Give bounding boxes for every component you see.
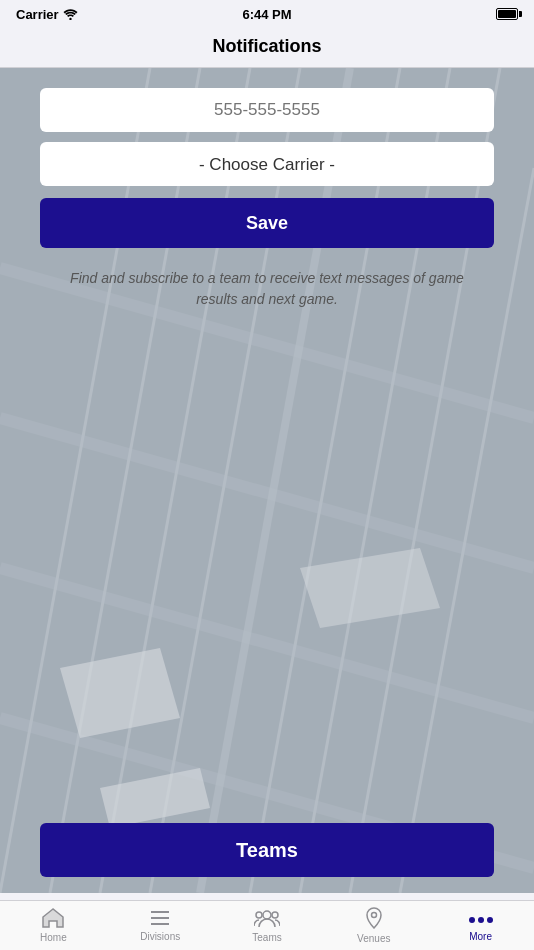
tab-home-label: Home	[40, 933, 67, 943]
divisions-icon	[149, 909, 171, 930]
home-icon	[42, 908, 64, 931]
venues-icon	[365, 907, 383, 932]
tab-divisions[interactable]: Divisions	[107, 901, 214, 950]
status-battery	[496, 8, 518, 20]
tab-teams[interactable]: Teams	[214, 901, 321, 950]
nav-bar: Notifications	[0, 28, 534, 68]
teams-button-area: Teams	[0, 823, 534, 893]
save-button[interactable]: Save	[40, 198, 494, 248]
tab-venues[interactable]: Venues	[320, 901, 427, 950]
carrier-select[interactable]: - Choose Carrier -	[40, 142, 494, 186]
teams-icon	[254, 908, 280, 931]
tab-home[interactable]: Home	[0, 901, 107, 950]
teams-button[interactable]: Teams	[40, 823, 494, 877]
svg-point-22	[256, 912, 262, 918]
tab-more[interactable]: More	[427, 901, 534, 950]
wifi-icon	[63, 8, 78, 20]
tab-venues-label: Venues	[357, 934, 390, 944]
form-area: - Choose Carrier - Save Find and subscri…	[0, 68, 534, 310]
tab-divisions-label: Divisions	[140, 932, 180, 942]
more-icon	[469, 910, 493, 930]
status-bar: Carrier 6:44 PM	[0, 0, 534, 28]
tab-bar: Home Divisions Teams	[0, 900, 534, 950]
status-time: 6:44 PM	[242, 7, 291, 22]
phone-input[interactable]	[40, 88, 494, 132]
status-carrier: Carrier	[16, 7, 78, 22]
page-title: Notifications	[212, 36, 321, 56]
svg-point-23	[272, 912, 278, 918]
main-content: - Choose Carrier - Save Find and subscri…	[0, 68, 534, 893]
tab-teams-label: Teams	[252, 933, 281, 943]
svg-point-21	[263, 911, 271, 919]
battery-icon	[496, 8, 518, 20]
tab-more-label: More	[469, 932, 492, 942]
info-text: Find and subscribe to a team to receive …	[40, 268, 494, 310]
svg-point-0	[69, 18, 71, 20]
